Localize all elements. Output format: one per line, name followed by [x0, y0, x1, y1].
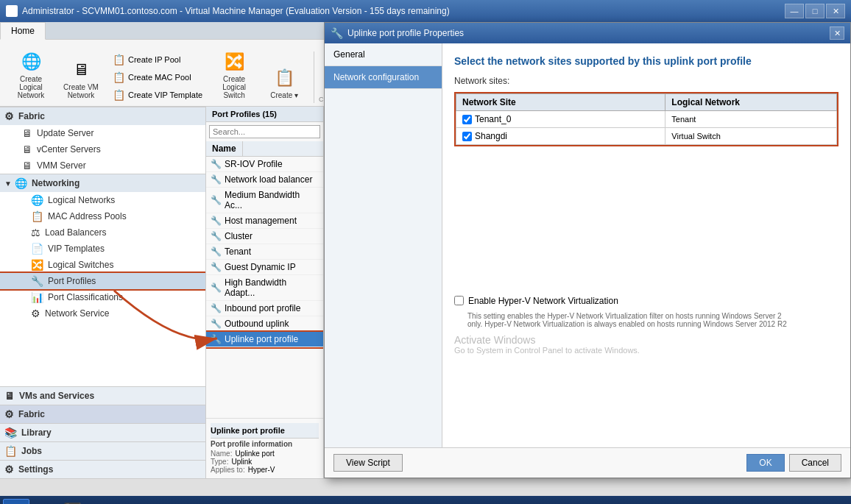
fabric-section: ⚙ Fabric 🖥 Update Server 🖥 vCenter Serve…: [0, 107, 205, 174]
dialog-heading: Select the network sites supported by th…: [454, 55, 838, 67]
ok-button[interactable]: OK: [746, 454, 784, 472]
fabric-category[interactable]: ⚙ Fabric: [0, 107, 205, 125]
ip-pool-icon: 📋: [113, 54, 125, 65]
create-dropdown-button[interactable]: 📋 Create ▾: [259, 63, 309, 103]
sidebar-item-update-server[interactable]: 🖥 Update Server: [0, 125, 205, 141]
shangdi-checkbox[interactable]: [462, 132, 472, 141]
sidebar-item-vmm-server[interactable]: 🖥 VMM Server: [0, 157, 205, 174]
list-item[interactable]: 🔧 Inbound port profile: [206, 301, 323, 316]
dialog-action-bar: View Script OK Cancel: [325, 447, 850, 478]
app-icon: ⊞: [6, 5, 18, 17]
sidebar-item-logical-switches[interactable]: 🔀 Logical Switches: [0, 257, 205, 273]
taskbar-explorer-button[interactable]: 📁: [31, 499, 57, 504]
sidebar-item-port-classifications[interactable]: 📊 Port Classifications: [0, 289, 205, 305]
create-logical-network-icon: 🌐: [19, 50, 43, 74]
maximize-button[interactable]: □: [805, 4, 824, 18]
tenant0-network-cell: Tenant: [665, 111, 837, 128]
list-item-uplinke[interactable]: 🔧 Uplinke port profile: [206, 332, 323, 347]
col-logical-network: Logical Network: [665, 94, 837, 111]
vip-template-icon: 📋: [113, 89, 125, 101]
sr-iov-icon: 🔧: [211, 159, 222, 169]
sidebar-settings[interactable]: ⚙ Settings: [0, 460, 205, 478]
vms-services-icon: 🖥: [4, 390, 15, 402]
tenant0-site-cell: Tenant_0: [456, 111, 665, 128]
applies-value: Hyper-V: [248, 466, 275, 474]
dialog-icon: 🔧: [331, 27, 343, 39]
fabric-bottom-icon: ⚙: [4, 408, 14, 420]
network-sites-label: Network sites:: [454, 76, 838, 86]
cancel-button[interactable]: Cancel: [789, 454, 841, 472]
dialog-main: Select the network sites supported by th…: [442, 43, 850, 447]
hyper-v-description: This setting enables the Hyper-V Network…: [454, 312, 838, 328]
taskbar-folder-button[interactable]: 📂: [87, 499, 113, 504]
type-value: Uplink: [231, 458, 252, 466]
title-bar: ⊞ Administrator - SCVMM01.contoso.com - …: [0, 0, 851, 22]
create-vm-network-button[interactable]: 🖥 Create VMNetwork: [56, 54, 106, 103]
create-mac-pool-button[interactable]: 📋 Create MAC Pool: [109, 69, 206, 85]
networking-section: ▼ 🌐 Networking 🌐 Logical Networks 📋 MAC …: [0, 174, 205, 322]
table-row: Shangdi Virtual Switch: [456, 128, 837, 145]
jobs-icon: 📋: [4, 445, 17, 457]
dialog-nav-general[interactable]: General: [325, 43, 442, 66]
sidebar-item-mac-pools[interactable]: 📋 MAC Address Pools: [0, 208, 205, 224]
tenant0-checkbox[interactable]: [462, 115, 472, 124]
create-dropdown-icon: 📋: [272, 66, 296, 90]
search-input[interactable]: [209, 125, 320, 138]
close-button[interactable]: ✕: [826, 4, 845, 18]
sidebar-fabric[interactable]: ⚙ Fabric: [0, 405, 205, 423]
dialog-titlebar: 🔧 Uplinke port profile Properties ✕: [325, 23, 850, 43]
title-text: Administrator - SCVMM01.contoso.com - Vi…: [22, 6, 785, 16]
vmm-server-icon: 🖥: [22, 160, 32, 171]
sidebar-item-logical-networks[interactable]: 🌐 Logical Networks: [0, 192, 205, 208]
create-logical-switch-button[interactable]: 🔀 CreateLogical Switch: [209, 46, 259, 103]
start-button[interactable]: ⊞: [3, 499, 29, 504]
taskbar-app-button[interactable]: 🖥: [115, 499, 141, 504]
list-item[interactable]: 🔧 Outbound uplink: [206, 316, 323, 332]
applies-label: Applies to:: [211, 466, 245, 474]
minimize-button[interactable]: —: [785, 4, 804, 18]
guest-dynamic-icon: 🔧: [211, 262, 222, 272]
sidebar-library[interactable]: 📚 Library: [0, 423, 205, 441]
taskbar-cmd-button[interactable]: ⬛: [59, 499, 85, 504]
create-vm-network-icon: 🖥: [69, 58, 93, 82]
dialog-content: General Network configuration Select the…: [325, 43, 850, 447]
dialog-nav-network-config[interactable]: Network configuration: [325, 66, 442, 89]
list-item[interactable]: 🔧 Tenant: [206, 244, 323, 260]
list-item[interactable]: 🔧 Cluster: [206, 229, 323, 244]
sidebar-vms-services[interactable]: 🖥 VMs and Services: [0, 386, 205, 405]
hyper-v-label: Enable Hyper-V Network Virtualization: [468, 296, 618, 306]
sidebar-jobs[interactable]: 📋 Jobs: [0, 441, 205, 460]
list-item[interactable]: 🔧 Medium Bandwidth Ac...: [206, 188, 323, 213]
list-item[interactable]: 🔧 Network load balancer: [206, 172, 323, 188]
list-item[interactable]: 🔧 Guest Dynamic IP: [206, 260, 323, 275]
tab-home[interactable]: Home: [0, 22, 46, 40]
list-item[interactable]: 🔧 Host management: [206, 213, 323, 229]
dialog-close-button[interactable]: ✕: [830, 26, 844, 40]
sidebar: ⚙ Fabric 🖥 Update Server 🖥 vCenter Serve…: [0, 107, 206, 478]
sidebar-item-vcenter[interactable]: 🖥 vCenter Servers: [0, 141, 205, 157]
view-script-button[interactable]: View Script: [333, 454, 403, 472]
dialog-overlay: 🔧 Uplinke port profile Properties ✕ Gene…: [324, 22, 851, 478]
library-icon: 📚: [4, 427, 17, 439]
table-row: Tenant_0 Tenant: [456, 111, 837, 128]
list-column-header: Name: [206, 141, 323, 157]
networking-expand-icon: ▼: [4, 180, 12, 188]
list-item[interactable]: 🔧 High Bandwidth Adapt...: [206, 275, 323, 301]
sidebar-item-port-profiles[interactable]: 🔧 Port Profiles: [0, 273, 205, 289]
sidebar-item-vip-templates[interactable]: 📄 VIP Templates: [0, 241, 205, 257]
list-panel-header: Port Profiles (15): [206, 107, 323, 122]
networking-category[interactable]: ▼ 🌐 Networking: [0, 174, 205, 192]
sidebar-item-network-service[interactable]: ⚙ Network Service: [0, 305, 205, 322]
sidebar-item-load-balancers[interactable]: ⚖ Load Balancers: [0, 224, 205, 241]
create-ip-pool-button[interactable]: 📋 Create IP Pool: [109, 52, 206, 68]
list-items: 🔧 SR-IOV Profile 🔧 Network load balancer…: [206, 157, 323, 418]
create-logical-network-button[interactable]: 🌐 Create LogicalNetwork: [6, 46, 56, 103]
vip-templates-icon: 📄: [31, 243, 43, 255]
high-bw-icon: 🔧: [211, 283, 222, 293]
network-sites-container: Network Site Logical Network: [454, 92, 838, 146]
list-item[interactable]: 🔧 SR-IOV Profile: [206, 157, 323, 172]
outbound-icon: 🔧: [211, 319, 222, 329]
name-value: Uplinke port: [235, 450, 274, 458]
create-vip-template-button[interactable]: 📋 Create VIP Template: [109, 87, 206, 103]
hyper-v-checkbox[interactable]: [454, 296, 464, 305]
